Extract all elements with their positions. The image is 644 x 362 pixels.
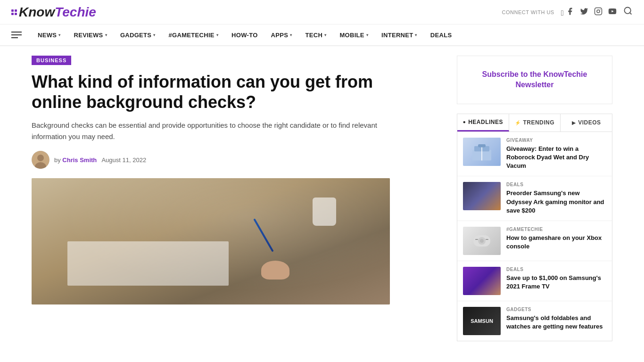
news-thumb-2 — [463, 182, 501, 210]
trending-icon: ⚡ — [515, 120, 521, 125]
twitter-icon[interactable] — [580, 7, 588, 17]
top-bar: Know Techie CONNECT WITH US  — [0, 0, 644, 25]
nav-item-gadgets[interactable]: GADGETS ▾ — [114, 24, 162, 46]
pen-decoration — [253, 219, 273, 252]
news-title-3: How to gameshare on your Xbox console — [506, 234, 606, 251]
article-image-bg — [32, 178, 390, 304]
search-icon[interactable] — [623, 6, 633, 18]
article-image — [32, 178, 390, 304]
nav-item-gametechie[interactable]: #GAMETECHIE ▾ — [162, 24, 225, 46]
news-title-2: Preorder Samsung's new Odyssey Ark gamin… — [506, 189, 606, 215]
news-category-5: GADGETS — [506, 307, 606, 312]
nav-arrow: ▾ — [324, 33, 326, 37]
newsletter-box: Subscribe to the KnowTechie Newsletter — [457, 56, 612, 104]
svg-point-7 — [37, 155, 44, 161]
svg-rect-16 — [475, 239, 478, 240]
page-wrap: BUSINESS What kind of information can yo… — [20, 46, 624, 351]
author-name[interactable]: Chris Smith — [62, 156, 97, 164]
avatar — [32, 151, 50, 169]
svg-point-4 — [625, 8, 631, 14]
nav-arrow: ▾ — [58, 33, 60, 37]
tab-trending-label: TRENDING — [523, 119, 554, 126]
nav-item-apps[interactable]: APPS ▾ — [264, 24, 299, 46]
newsletter-title: Subscribe to the KnowTechie Newsletter — [467, 69, 603, 90]
tab-headlines[interactable]: ● HEADLINES — [457, 114, 509, 132]
list-item[interactable]: DEALS Preorder Samsung's new Odyssey Ark… — [457, 176, 612, 221]
hamburger-menu[interactable] — [11, 32, 22, 38]
article-subtitle: Background checks can be essential and p… — [32, 120, 390, 142]
news-category-2: DEALS — [506, 182, 606, 187]
nav-arrow: ▾ — [415, 33, 417, 37]
news-text-3: #GAMETECHIE How to gameshare on your Xbo… — [506, 227, 606, 255]
headlines-icon: ● — [463, 119, 466, 124]
news-thumb-3 — [463, 227, 501, 255]
sidebar: Subscribe to the KnowTechie Newsletter ●… — [457, 56, 612, 341]
tab-videos-label: VIDEOS — [578, 119, 601, 126]
nav-arrow: ▾ — [366, 33, 368, 37]
nav-bar: NEWS ▾ REVIEWS ▾ GADGETS ▾ #GAMETECHIE ▾… — [0, 25, 644, 46]
svg-rect-17 — [486, 239, 488, 240]
top-right-bar: CONNECT WITH US  — [502, 6, 633, 18]
news-category-3: #GAMETECHIE — [506, 227, 606, 232]
news-title-4: Save up to $1,000 on Samsung's 2021 Fram… — [506, 274, 606, 291]
nav-item-mobile[interactable]: MOBILE ▾ — [333, 24, 375, 46]
logo-techie: Techie — [55, 5, 96, 20]
svg-point-15 — [480, 239, 484, 243]
news-category-1: GIVEAWAY — [506, 138, 606, 143]
nav-item-reviews[interactable]: REVIEWS ▾ — [67, 24, 114, 46]
news-text-2: DEALS Preorder Samsung's new Odyssey Ark… — [506, 182, 606, 215]
author-info: by Chris Smith August 11, 2022 — [54, 156, 146, 164]
news-category-4: DEALS — [506, 267, 606, 272]
sidebar-tabs: ● HEADLINES ⚡ TRENDING ▶ VIDEOS — [457, 114, 612, 132]
svg-rect-12 — [478, 144, 486, 147]
nav-item-news[interactable]: NEWS ▾ — [31, 24, 67, 46]
svg-line-5 — [630, 13, 632, 15]
svg-point-2 — [600, 9, 601, 10]
nav-arrow: ▾ — [216, 33, 218, 37]
news-title-1: Giveaway: Enter to win a Roborock Dyad W… — [506, 145, 606, 171]
news-thumb-1 — [463, 138, 501, 166]
tab-headlines-label: HEADLINES — [468, 119, 503, 125]
nav-arrow: ▾ — [153, 33, 155, 37]
logo-dots — [11, 9, 17, 15]
site-logo[interactable]: Know Techie — [11, 5, 96, 20]
youtube-icon[interactable] — [608, 7, 617, 17]
hand-decoration — [261, 261, 289, 280]
news-text-5: GADGETS Samsung's old foldables and watc… — [506, 307, 606, 335]
news-list: GIVEAWAY Giveaway: Enter to win a Roboro… — [457, 132, 612, 341]
svg-point-1 — [597, 10, 600, 13]
author-by: by — [54, 156, 61, 164]
nav-item-internet[interactable]: INTERNET ▾ — [375, 24, 424, 46]
logo-know: Know — [19, 5, 55, 20]
article-title: What kind of information can you get fro… — [32, 72, 390, 112]
news-thumb-4 — [463, 267, 501, 295]
list-item[interactable]: DEALS Save up to $1,000 on Samsung's 202… — [457, 261, 612, 301]
videos-icon: ▶ — [572, 120, 576, 125]
facebook-icon[interactable]:  — [561, 7, 574, 17]
main-content: BUSINESS What kind of information can yo… — [32, 56, 442, 341]
tab-videos[interactable]: ▶ VIDEOS — [561, 114, 612, 132]
nav-item-tech[interactable]: TECH ▾ — [299, 24, 333, 46]
svg-rect-0 — [595, 8, 602, 15]
news-text-1: GIVEAWAY Giveaway: Enter to win a Roboro… — [506, 138, 606, 171]
list-item[interactable]: SAMSUN GADGETS Samsung's old foldables a… — [457, 301, 612, 341]
nav-item-deals[interactable]: DEALS — [424, 24, 459, 46]
author-row: by Chris Smith August 11, 2022 — [32, 151, 442, 169]
paper-decoration — [67, 241, 229, 286]
news-title-5: Samsung's old foldables and watches are … — [506, 314, 606, 331]
connect-label: CONNECT WITH US — [502, 9, 554, 15]
tab-trending[interactable]: ⚡ TRENDING — [509, 114, 561, 132]
nav-arrow: ▾ — [290, 33, 292, 37]
nav-arrow: ▾ — [105, 33, 107, 37]
list-item[interactable]: #GAMETECHIE How to gameshare on your Xbo… — [457, 221, 612, 261]
news-text-4: DEALS Save up to $1,000 on Samsung's 202… — [506, 267, 606, 295]
news-thumb-5: SAMSUN — [463, 307, 501, 335]
article-date: August 11, 2022 — [101, 156, 146, 164]
category-badge[interactable]: BUSINESS — [32, 56, 71, 65]
instagram-icon[interactable] — [594, 7, 603, 17]
mug-decoration — [313, 197, 336, 226]
social-icons:  — [561, 7, 617, 17]
nav-item-howto[interactable]: HOW-TO — [225, 24, 264, 46]
list-item[interactable]: GIVEAWAY Giveaway: Enter to win a Roboro… — [457, 132, 612, 177]
